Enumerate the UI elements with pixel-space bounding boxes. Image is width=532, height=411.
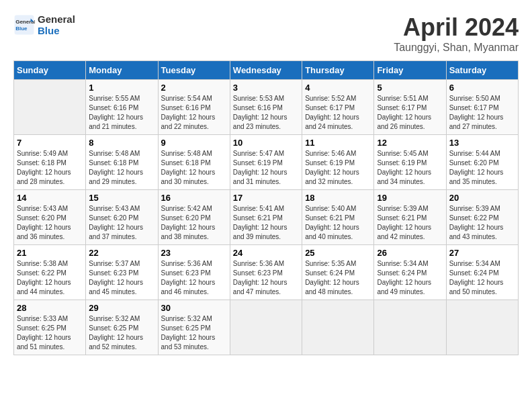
day-info: Sunrise: 5:43 AM Sunset: 6:20 PM Dayligh…: [89, 204, 154, 242]
day-info: Sunrise: 5:39 AM Sunset: 6:21 PM Dayligh…: [377, 204, 443, 242]
calendar-cell: 27Sunrise: 5:34 AM Sunset: 6:24 PM Dayli…: [446, 245, 518, 300]
day-info: Sunrise: 5:38 AM Sunset: 6:22 PM Dayligh…: [17, 259, 83, 297]
calendar-week-row: 21Sunrise: 5:38 AM Sunset: 6:22 PM Dayli…: [14, 245, 519, 300]
calendar-cell: 19Sunrise: 5:39 AM Sunset: 6:21 PM Dayli…: [374, 190, 446, 245]
calendar-header-row: SundayMondayTuesdayWednesdayThursdayFrid…: [14, 61, 519, 80]
calendar-day-header: Sunday: [14, 61, 86, 80]
calendar-cell: 7Sunrise: 5:49 AM Sunset: 6:18 PM Daylig…: [14, 135, 86, 190]
calendar-cell: 22Sunrise: 5:37 AM Sunset: 6:23 PM Dayli…: [86, 245, 158, 300]
calendar-cell: [14, 80, 86, 135]
logo-text-line1: General: [38, 13, 75, 25]
day-number: 9: [161, 138, 227, 148]
day-number: 23: [161, 248, 227, 258]
calendar-cell: 4Sunrise: 5:52 AM Sunset: 6:17 PM Daylig…: [302, 80, 374, 135]
calendar-cell: [446, 300, 518, 355]
day-info: Sunrise: 5:40 AM Sunset: 6:21 PM Dayligh…: [305, 204, 371, 242]
day-info: Sunrise: 5:46 AM Sunset: 6:19 PM Dayligh…: [305, 149, 371, 187]
day-info: Sunrise: 5:53 AM Sunset: 6:16 PM Dayligh…: [233, 94, 299, 132]
day-number: 14: [17, 193, 83, 203]
logo: General Blue General Blue: [13, 13, 75, 36]
day-number: 7: [17, 138, 83, 148]
day-info: Sunrise: 5:36 AM Sunset: 6:23 PM Dayligh…: [233, 259, 299, 297]
day-number: 30: [161, 303, 227, 313]
day-number: 5: [377, 83, 443, 93]
day-info: Sunrise: 5:41 AM Sunset: 6:21 PM Dayligh…: [233, 204, 299, 242]
calendar-day-header: Friday: [374, 61, 446, 80]
day-number: 29: [89, 303, 154, 313]
header: General Blue General Blue April 2024 Tau…: [13, 13, 519, 54]
day-info: Sunrise: 5:47 AM Sunset: 6:19 PM Dayligh…: [233, 149, 299, 187]
day-info: Sunrise: 5:50 AM Sunset: 6:17 PM Dayligh…: [449, 94, 515, 132]
calendar-cell: 3Sunrise: 5:53 AM Sunset: 6:16 PM Daylig…: [230, 80, 302, 135]
day-number: 2: [161, 83, 227, 93]
calendar-cell: [302, 300, 374, 355]
day-info: Sunrise: 5:32 AM Sunset: 6:25 PM Dayligh…: [161, 314, 227, 352]
day-info: Sunrise: 5:43 AM Sunset: 6:20 PM Dayligh…: [17, 204, 83, 242]
day-number: 28: [17, 303, 83, 313]
svg-text:Blue: Blue: [15, 26, 28, 32]
calendar-cell: [374, 300, 446, 355]
day-info: Sunrise: 5:52 AM Sunset: 6:17 PM Dayligh…: [305, 94, 371, 132]
calendar-cell: 20Sunrise: 5:39 AM Sunset: 6:22 PM Dayli…: [446, 190, 518, 245]
calendar-day-header: Thursday: [302, 61, 374, 80]
day-number: 24: [233, 248, 299, 258]
calendar-cell: 30Sunrise: 5:32 AM Sunset: 6:25 PM Dayli…: [158, 300, 230, 355]
day-info: Sunrise: 5:37 AM Sunset: 6:23 PM Dayligh…: [89, 259, 154, 297]
day-info: Sunrise: 5:51 AM Sunset: 6:17 PM Dayligh…: [377, 94, 443, 132]
calendar-cell: 25Sunrise: 5:35 AM Sunset: 6:24 PM Dayli…: [302, 245, 374, 300]
main-title: April 2024: [394, 13, 519, 42]
calendar-cell: 9Sunrise: 5:48 AM Sunset: 6:18 PM Daylig…: [158, 135, 230, 190]
subtitle: Taunggyi, Shan, Myanmar: [394, 42, 519, 54]
calendar-cell: 1Sunrise: 5:55 AM Sunset: 6:16 PM Daylig…: [86, 80, 158, 135]
day-number: 6: [449, 83, 515, 93]
day-number: 19: [377, 193, 443, 203]
calendar-cell: 24Sunrise: 5:36 AM Sunset: 6:23 PM Dayli…: [230, 245, 302, 300]
calendar-cell: [230, 300, 302, 355]
day-number: 1: [89, 83, 154, 93]
day-info: Sunrise: 5:36 AM Sunset: 6:23 PM Dayligh…: [161, 259, 227, 297]
calendar-cell: 23Sunrise: 5:36 AM Sunset: 6:23 PM Dayli…: [158, 245, 230, 300]
day-number: 10: [233, 138, 299, 148]
calendar-cell: 11Sunrise: 5:46 AM Sunset: 6:19 PM Dayli…: [302, 135, 374, 190]
calendar-cell: 21Sunrise: 5:38 AM Sunset: 6:22 PM Dayli…: [14, 245, 86, 300]
calendar-body: 1Sunrise: 5:55 AM Sunset: 6:16 PM Daylig…: [14, 80, 519, 355]
day-info: Sunrise: 5:32 AM Sunset: 6:25 PM Dayligh…: [89, 314, 154, 352]
calendar-cell: 26Sunrise: 5:34 AM Sunset: 6:24 PM Dayli…: [374, 245, 446, 300]
calendar-cell: 15Sunrise: 5:43 AM Sunset: 6:20 PM Dayli…: [86, 190, 158, 245]
calendar-cell: 14Sunrise: 5:43 AM Sunset: 6:20 PM Dayli…: [14, 190, 86, 245]
day-number: 21: [17, 248, 83, 258]
day-info: Sunrise: 5:48 AM Sunset: 6:18 PM Dayligh…: [161, 149, 227, 187]
day-number: 12: [377, 138, 443, 148]
day-info: Sunrise: 5:34 AM Sunset: 6:24 PM Dayligh…: [449, 259, 515, 297]
calendar-cell: 13Sunrise: 5:44 AM Sunset: 6:20 PM Dayli…: [446, 135, 518, 190]
day-info: Sunrise: 5:39 AM Sunset: 6:22 PM Dayligh…: [449, 204, 515, 242]
day-info: Sunrise: 5:54 AM Sunset: 6:16 PM Dayligh…: [161, 94, 227, 132]
calendar-cell: 5Sunrise: 5:51 AM Sunset: 6:17 PM Daylig…: [374, 80, 446, 135]
calendar-day-header: Wednesday: [230, 61, 302, 80]
day-number: 17: [233, 193, 299, 203]
calendar-cell: 10Sunrise: 5:47 AM Sunset: 6:19 PM Dayli…: [230, 135, 302, 190]
calendar-day-header: Tuesday: [158, 61, 230, 80]
day-number: 4: [305, 83, 371, 93]
day-info: Sunrise: 5:44 AM Sunset: 6:20 PM Dayligh…: [449, 149, 515, 187]
day-info: Sunrise: 5:33 AM Sunset: 6:25 PM Dayligh…: [17, 314, 83, 352]
day-number: 11: [305, 138, 371, 148]
logo-icon: General Blue: [13, 14, 35, 36]
day-number: 13: [449, 138, 515, 148]
calendar-cell: 8Sunrise: 5:48 AM Sunset: 6:18 PM Daylig…: [86, 135, 158, 190]
title-area: April 2024 Taunggyi, Shan, Myanmar: [394, 13, 519, 54]
day-number: 20: [449, 193, 515, 203]
calendar-cell: 16Sunrise: 5:42 AM Sunset: 6:20 PM Dayli…: [158, 190, 230, 245]
day-number: 18: [305, 193, 371, 203]
calendar-week-row: 14Sunrise: 5:43 AM Sunset: 6:20 PM Dayli…: [14, 190, 519, 245]
day-number: 25: [305, 248, 371, 258]
day-info: Sunrise: 5:35 AM Sunset: 6:24 PM Dayligh…: [305, 259, 371, 297]
day-info: Sunrise: 5:55 AM Sunset: 6:16 PM Dayligh…: [89, 94, 154, 132]
calendar-cell: 29Sunrise: 5:32 AM Sunset: 6:25 PM Dayli…: [86, 300, 158, 355]
calendar-week-row: 28Sunrise: 5:33 AM Sunset: 6:25 PM Dayli…: [14, 300, 519, 355]
calendar-week-row: 7Sunrise: 5:49 AM Sunset: 6:18 PM Daylig…: [14, 135, 519, 190]
day-number: 27: [449, 248, 515, 258]
day-number: 26: [377, 248, 443, 258]
day-info: Sunrise: 5:34 AM Sunset: 6:24 PM Dayligh…: [377, 259, 443, 297]
calendar-cell: 6Sunrise: 5:50 AM Sunset: 6:17 PM Daylig…: [446, 80, 518, 135]
